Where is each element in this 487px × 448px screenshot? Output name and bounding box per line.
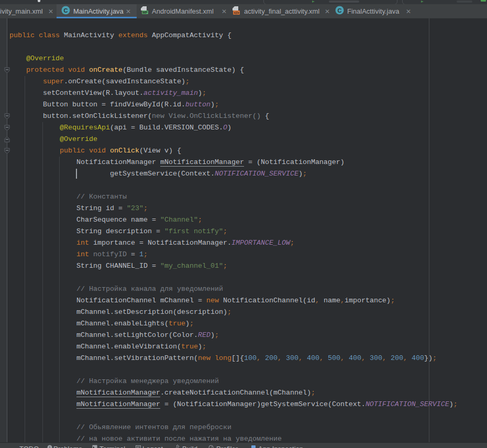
- svg-text:MF: MF: [142, 10, 148, 14]
- svg-text:</>: </>: [234, 11, 239, 15]
- svg-text:C: C: [64, 7, 68, 14]
- svg-text:C: C: [338, 7, 342, 14]
